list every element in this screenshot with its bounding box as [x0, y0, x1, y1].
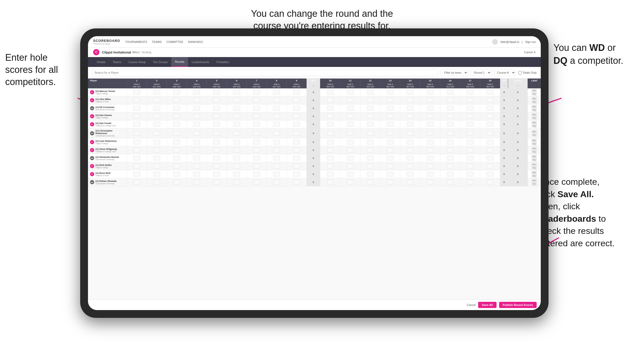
score-input-h9[interactable]: [293, 156, 300, 160]
score-input-h6[interactable]: [233, 122, 240, 127]
score-input-h1[interactable]: [134, 164, 140, 168]
dq-button[interactable]: DQ: [532, 174, 537, 178]
wd-button[interactable]: WD: [531, 147, 537, 150]
score-input-h9[interactable]: [293, 90, 300, 95]
score-input-h1[interactable]: [134, 140, 140, 144]
score-input-h12[interactable]: [367, 140, 374, 144]
score-cell-h15[interactable]: [420, 112, 440, 120]
wd-button[interactable]: WD: [531, 179, 537, 182]
score-cell-h11[interactable]: [340, 138, 360, 146]
score-input-h2[interactable]: [153, 164, 160, 168]
score-input-h13[interactable]: [387, 164, 394, 168]
score-cell-h18[interactable]: [480, 146, 500, 154]
score-input-h17[interactable]: [467, 140, 473, 144]
score-input-h14[interactable]: [407, 148, 413, 152]
score-cell-h17[interactable]: [460, 96, 480, 104]
score-cell-h16[interactable]: [440, 88, 460, 96]
score-input-h16[interactable]: [447, 122, 454, 127]
score-input-h18[interactable]: [487, 148, 493, 152]
score-input-h9[interactable]: [293, 131, 300, 136]
score-cell-h16[interactable]: [440, 128, 460, 138]
wd-button[interactable]: WD: [531, 130, 537, 133]
score-input-h15[interactable]: [427, 98, 434, 103]
score-input-h15[interactable]: [427, 131, 434, 136]
score-cell-h4[interactable]: [187, 88, 207, 96]
score-cell-h6[interactable]: [227, 154, 247, 162]
course-select[interactable]: Course A: [494, 69, 516, 76]
score-cell-h10[interactable]: [320, 178, 340, 186]
score-cell-h8[interactable]: [267, 162, 286, 170]
score-input-h18[interactable]: [487, 131, 493, 136]
score-input-h15[interactable]: [427, 90, 434, 95]
score-input-h11[interactable]: [347, 122, 354, 127]
score-input-h17[interactable]: [467, 148, 473, 152]
score-cell-h11[interactable]: [340, 128, 360, 138]
score-input-h17[interactable]: [467, 180, 473, 184]
score-input-h16[interactable]: [447, 90, 454, 95]
score-input-h10[interactable]: [327, 122, 334, 127]
score-cell-h2[interactable]: [147, 178, 167, 186]
score-input-h6[interactable]: [233, 172, 240, 176]
score-input-h7[interactable]: [253, 106, 260, 111]
score-cell-h14[interactable]: [400, 162, 420, 170]
score-input-h8[interactable]: [273, 156, 280, 160]
tab-leaderboards[interactable]: Leaderboards: [188, 57, 213, 67]
score-input-h12[interactable]: [367, 180, 374, 184]
score-cell-h7[interactable]: [247, 104, 267, 112]
score-input-h16[interactable]: [447, 180, 454, 184]
score-input-h11[interactable]: [347, 164, 354, 168]
score-cell-h1[interactable]: [127, 146, 147, 154]
score-input-h16[interactable]: [447, 148, 454, 152]
score-cell-h6[interactable]: [227, 120, 247, 128]
score-cell-h5[interactable]: [207, 96, 227, 104]
score-cell-h10[interactable]: [320, 146, 340, 154]
score-cell-h12[interactable]: [360, 96, 380, 104]
dq-button[interactable]: DQ: [532, 142, 537, 145]
score-input-h7[interactable]: [253, 156, 260, 160]
score-input-h5[interactable]: [213, 114, 220, 119]
score-cell-h13[interactable]: [380, 88, 400, 96]
tab-tee-groups[interactable]: Tee Groups: [149, 57, 171, 67]
score-input-h12[interactable]: [367, 148, 374, 152]
score-cell-h7[interactable]: [247, 178, 267, 186]
wd-button[interactable]: WD: [531, 155, 537, 158]
score-input-h14[interactable]: [407, 98, 413, 103]
score-cell-h3[interactable]: [167, 128, 187, 138]
score-input-h4[interactable]: [193, 180, 200, 184]
score-cell-h15[interactable]: [420, 138, 440, 146]
score-input-h4[interactable]: [193, 156, 200, 160]
score-input-h6[interactable]: [233, 90, 240, 95]
score-cell-h9[interactable]: [287, 146, 307, 154]
score-input-h7[interactable]: [253, 90, 260, 95]
score-cell-h12[interactable]: [360, 170, 380, 178]
score-cell-h6[interactable]: [227, 112, 247, 120]
score-cell-h11[interactable]: [340, 112, 360, 120]
score-input-h10[interactable]: [327, 114, 334, 119]
score-input-h17[interactable]: [467, 90, 473, 95]
score-cell-h4[interactable]: [187, 154, 207, 162]
score-input-h3[interactable]: [173, 122, 180, 127]
score-cell-h7[interactable]: [247, 112, 267, 120]
score-input-h18[interactable]: [487, 140, 493, 144]
score-cell-h5[interactable]: [207, 162, 227, 170]
score-cell-h16[interactable]: [440, 120, 460, 128]
score-input-h1[interactable]: [134, 106, 140, 111]
score-input-h1[interactable]: [134, 122, 140, 127]
score-input-h6[interactable]: [233, 114, 240, 119]
score-input-h11[interactable]: [347, 90, 354, 95]
score-cell-h6[interactable]: [227, 146, 247, 154]
score-cell-h5[interactable]: [207, 178, 227, 186]
score-cell-h6[interactable]: [227, 128, 247, 138]
score-cell-h18[interactable]: [480, 104, 500, 112]
score-cell-h3[interactable]: [167, 170, 187, 178]
score-input-h14[interactable]: [407, 172, 413, 176]
score-cell-h6[interactable]: [227, 170, 247, 178]
score-input-h13[interactable]: [387, 98, 394, 103]
score-cell-h16[interactable]: [440, 112, 460, 120]
score-cell-h12[interactable]: [360, 128, 380, 138]
score-input-h15[interactable]: [427, 140, 434, 144]
score-input-h13[interactable]: [387, 90, 394, 95]
score-cell-h14[interactable]: [400, 146, 420, 154]
score-input-h11[interactable]: [347, 140, 354, 144]
score-input-h8[interactable]: [273, 140, 280, 144]
